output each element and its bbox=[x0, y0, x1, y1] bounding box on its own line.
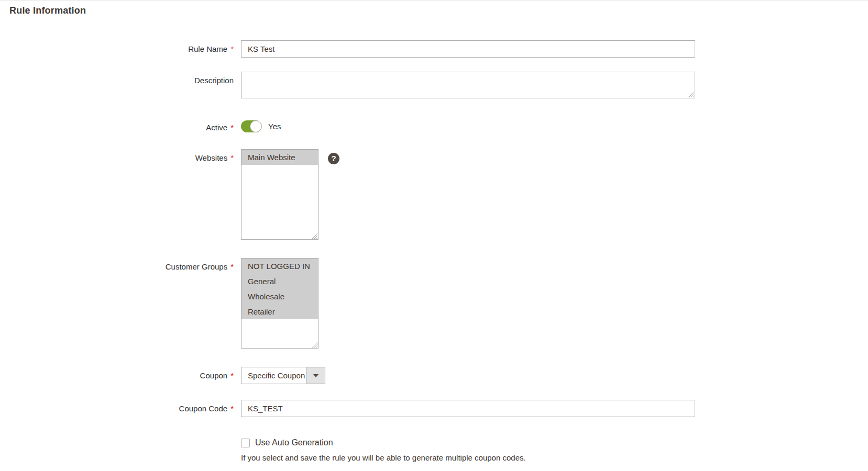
resize-grip-icon[interactable] bbox=[688, 92, 694, 97]
customer-groups-option[interactable]: Retailer bbox=[241, 304, 318, 319]
use-auto-generation-note: If you select and save the rule you will… bbox=[241, 453, 868, 462]
field-row-description: Description bbox=[0, 72, 868, 98]
websites-option-main-website[interactable]: Main Website bbox=[241, 150, 318, 165]
coupon-code-input[interactable] bbox=[241, 400, 695, 417]
rule-name-label: Rule Name* bbox=[0, 40, 234, 53]
toggle-knob bbox=[250, 120, 262, 132]
coupon-select-value: Specific Coupon bbox=[241, 367, 306, 384]
required-asterisk: * bbox=[230, 404, 234, 413]
field-row-use-auto-generation: Use Auto Generation If you select and sa… bbox=[241, 438, 868, 462]
coupon-code-label: Coupon Code* bbox=[0, 400, 234, 413]
websites-multiselect[interactable]: Main Website bbox=[241, 149, 318, 240]
page-title: Rule Information bbox=[0, 1, 868, 16]
coupon-label: Coupon* bbox=[0, 367, 234, 380]
field-row-active: Active* Yes bbox=[0, 119, 868, 132]
active-toggle-state-label: Yes bbox=[268, 122, 281, 131]
customer-groups-option[interactable]: NOT LOGGED IN bbox=[241, 259, 318, 274]
resize-grip-icon[interactable] bbox=[312, 233, 317, 239]
customer-groups-multiselect[interactable]: NOT LOGGED IN General Wholesale Retailer bbox=[241, 258, 318, 349]
required-asterisk: * bbox=[230, 262, 234, 271]
customer-groups-option[interactable]: Wholesale bbox=[241, 289, 318, 304]
required-asterisk: * bbox=[230, 371, 234, 380]
customer-groups-option[interactable]: General bbox=[241, 274, 318, 289]
field-row-websites: Websites* Main Website ? bbox=[0, 149, 868, 240]
description-label: Description bbox=[0, 72, 234, 85]
use-auto-generation-checkbox[interactable] bbox=[241, 439, 250, 447]
use-auto-generation-label: Use Auto Generation bbox=[255, 438, 333, 447]
rule-information-section: Rule Information Rule Name* Description bbox=[0, 1, 868, 462]
field-row-customer-groups: Customer Groups* NOT LOGGED IN General W… bbox=[0, 258, 868, 349]
rule-name-input[interactable] bbox=[241, 40, 695, 58]
customer-groups-label: Customer Groups* bbox=[0, 258, 234, 271]
websites-label: Websites* bbox=[0, 149, 234, 162]
required-asterisk: * bbox=[230, 123, 234, 132]
active-toggle[interactable] bbox=[241, 120, 261, 132]
rule-information-form: Rule Name* Description Active* bbox=[0, 40, 868, 462]
field-row-coupon-code: Coupon Code* bbox=[0, 400, 868, 417]
coupon-select[interactable]: Specific Coupon bbox=[241, 367, 325, 384]
coupon-select-arrow-button[interactable] bbox=[306, 367, 325, 384]
required-asterisk: * bbox=[230, 153, 234, 162]
description-textarea[interactable] bbox=[241, 72, 695, 98]
field-row-rule-name: Rule Name* bbox=[0, 40, 868, 58]
active-label: Active* bbox=[0, 119, 234, 132]
chevron-down-icon bbox=[313, 374, 318, 377]
required-asterisk: * bbox=[230, 44, 234, 53]
resize-grip-icon[interactable] bbox=[312, 342, 317, 347]
field-row-coupon: Coupon* Specific Coupon bbox=[0, 367, 868, 384]
help-tooltip-icon[interactable]: ? bbox=[328, 153, 339, 164]
